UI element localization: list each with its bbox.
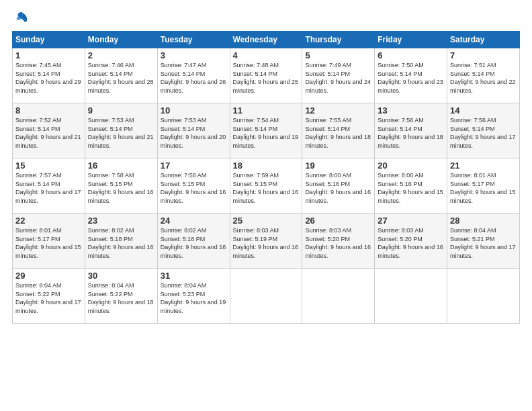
- day-number: 12: [305, 105, 371, 116]
- weekday-header-cell: Monday: [85, 32, 157, 48]
- calendar-day-cell: 28 Sunrise: 8:04 AMSunset: 5:21 PMDaylig…: [447, 214, 520, 269]
- day-info: Sunrise: 8:02 AMSunset: 5:18 PMDaylight:…: [161, 227, 226, 259]
- weekday-header-cell: Sunday: [13, 32, 85, 48]
- day-info: Sunrise: 7:57 AMSunset: 5:14 PMDaylight:…: [15, 172, 81, 204]
- day-info: Sunrise: 8:00 AMSunset: 5:16 PMDaylight:…: [378, 172, 443, 204]
- calendar-day-cell: [302, 269, 375, 324]
- weekday-header-cell: Saturday: [447, 32, 520, 48]
- day-info: Sunrise: 8:01 AMSunset: 5:17 PMDaylight:…: [15, 227, 81, 259]
- calendar-day-cell: 18 Sunrise: 7:59 AMSunset: 5:15 PMDaylig…: [230, 158, 302, 214]
- day-number: 15: [15, 161, 82, 171]
- day-number: 24: [161, 216, 227, 226]
- day-info: Sunrise: 7:50 AMSunset: 5:14 PMDaylight:…: [378, 62, 443, 94]
- calendar-day-cell: 22 Sunrise: 8:01 AMSunset: 5:17 PMDaylig…: [13, 214, 85, 269]
- day-number: 26: [305, 216, 371, 226]
- day-number: 22: [15, 216, 82, 226]
- day-info: Sunrise: 8:04 AMSunset: 5:21 PMDaylight:…: [450, 227, 516, 259]
- day-number: 2: [88, 50, 154, 60]
- day-info: Sunrise: 7:58 AMSunset: 5:15 PMDaylight:…: [161, 172, 226, 204]
- day-number: 10: [161, 105, 227, 116]
- day-info: Sunrise: 8:04 AMSunset: 5:23 PMDaylight:…: [161, 282, 226, 314]
- day-info: Sunrise: 7:53 AMSunset: 5:14 PMDaylight:…: [161, 117, 226, 149]
- calendar-day-cell: 13 Sunrise: 7:56 AMSunset: 5:14 PMDaylig…: [375, 103, 447, 158]
- day-info: Sunrise: 7:53 AMSunset: 5:14 PMDaylight:…: [88, 117, 154, 149]
- day-info: Sunrise: 8:03 AMSunset: 5:20 PMDaylight:…: [378, 227, 443, 259]
- calendar-day-cell: 1 Sunrise: 7:45 AMSunset: 5:14 PMDayligh…: [13, 48, 85, 103]
- day-number: 14: [450, 105, 517, 116]
- calendar-day-cell: 5 Sunrise: 7:49 AMSunset: 5:14 PMDayligh…: [302, 48, 375, 103]
- calendar-day-cell: 7 Sunrise: 7:51 AMSunset: 5:14 PMDayligh…: [447, 48, 520, 103]
- calendar-day-cell: 15 Sunrise: 7:57 AMSunset: 5:14 PMDaylig…: [13, 158, 85, 214]
- calendar-day-cell: [375, 269, 447, 324]
- day-number: 19: [305, 161, 371, 171]
- day-info: Sunrise: 8:03 AMSunset: 5:19 PMDaylight:…: [233, 227, 299, 259]
- day-number: 11: [233, 105, 300, 116]
- logo: [12, 11, 30, 24]
- day-info: Sunrise: 7:45 AMSunset: 5:14 PMDaylight:…: [15, 62, 81, 94]
- day-number: 6: [378, 50, 444, 60]
- calendar-day-cell: [447, 269, 520, 324]
- day-info: Sunrise: 7:56 AMSunset: 5:14 PMDaylight:…: [450, 117, 516, 149]
- day-number: 27: [378, 216, 444, 226]
- day-info: Sunrise: 7:56 AMSunset: 5:14 PMDaylight:…: [378, 117, 443, 149]
- day-number: 7: [450, 50, 517, 60]
- day-number: 17: [161, 161, 227, 171]
- day-number: 13: [378, 105, 444, 116]
- day-number: 5: [305, 50, 371, 60]
- day-info: Sunrise: 8:01 AMSunset: 5:17 PMDaylight:…: [450, 172, 516, 204]
- calendar-day-cell: [230, 269, 302, 324]
- calendar-day-cell: 21 Sunrise: 8:01 AMSunset: 5:17 PMDaylig…: [447, 158, 520, 214]
- calendar-day-cell: 16 Sunrise: 7:58 AMSunset: 5:15 PMDaylig…: [85, 158, 157, 214]
- calendar-table: SundayMondayTuesdayWednesdayThursdayFrid…: [12, 31, 520, 324]
- day-info: Sunrise: 7:54 AMSunset: 5:14 PMDaylight:…: [233, 117, 299, 149]
- calendar-day-cell: 19 Sunrise: 8:00 AMSunset: 5:16 PMDaylig…: [302, 158, 375, 214]
- day-number: 31: [161, 271, 227, 281]
- day-info: Sunrise: 7:47 AMSunset: 5:14 PMDaylight:…: [161, 62, 226, 94]
- calendar-week-row: 29 Sunrise: 8:04 AMSunset: 5:22 PMDaylig…: [13, 269, 520, 324]
- day-number: 9: [88, 105, 154, 116]
- calendar-day-cell: 23 Sunrise: 8:02 AMSunset: 5:18 PMDaylig…: [85, 214, 157, 269]
- calendar-day-cell: 9 Sunrise: 7:53 AMSunset: 5:14 PMDayligh…: [85, 103, 157, 158]
- day-number: 30: [88, 271, 154, 281]
- day-number: 29: [15, 271, 82, 281]
- day-number: 28: [450, 216, 517, 226]
- calendar-day-cell: 20 Sunrise: 8:00 AMSunset: 5:16 PMDaylig…: [375, 158, 447, 214]
- day-number: 21: [450, 161, 517, 171]
- day-info: Sunrise: 7:52 AMSunset: 5:14 PMDaylight:…: [15, 117, 81, 149]
- day-info: Sunrise: 7:55 AMSunset: 5:14 PMDaylight:…: [305, 117, 371, 149]
- day-number: 4: [233, 50, 300, 60]
- calendar-day-cell: 8 Sunrise: 7:52 AMSunset: 5:14 PMDayligh…: [13, 103, 85, 158]
- logo-bird-icon: [15, 11, 28, 24]
- day-info: Sunrise: 7:59 AMSunset: 5:15 PMDaylight:…: [233, 172, 299, 204]
- calendar-day-cell: 3 Sunrise: 7:47 AMSunset: 5:14 PMDayligh…: [157, 48, 230, 103]
- day-number: 3: [161, 50, 227, 60]
- calendar-week-row: 1 Sunrise: 7:45 AMSunset: 5:14 PMDayligh…: [13, 48, 520, 103]
- day-info: Sunrise: 7:49 AMSunset: 5:14 PMDaylight:…: [305, 62, 371, 94]
- calendar-day-cell: 26 Sunrise: 8:03 AMSunset: 5:20 PMDaylig…: [302, 214, 375, 269]
- weekday-header-cell: Wednesday: [230, 32, 302, 48]
- day-info: Sunrise: 8:02 AMSunset: 5:18 PMDaylight:…: [88, 227, 154, 259]
- calendar-day-cell: 6 Sunrise: 7:50 AMSunset: 5:14 PMDayligh…: [375, 48, 447, 103]
- day-number: 23: [88, 216, 154, 226]
- page: SundayMondayTuesdayWednesdayThursdayFrid…: [0, 0, 532, 411]
- weekday-header-row: SundayMondayTuesdayWednesdayThursdayFrid…: [13, 32, 520, 48]
- day-info: Sunrise: 7:58 AMSunset: 5:15 PMDaylight:…: [88, 172, 154, 204]
- calendar-day-cell: 12 Sunrise: 7:55 AMSunset: 5:14 PMDaylig…: [302, 103, 375, 158]
- weekday-header-cell: Tuesday: [157, 32, 230, 48]
- day-info: Sunrise: 7:48 AMSunset: 5:14 PMDaylight:…: [233, 62, 299, 94]
- day-number: 25: [233, 216, 300, 226]
- calendar-week-row: 22 Sunrise: 8:01 AMSunset: 5:17 PMDaylig…: [13, 214, 520, 269]
- day-info: Sunrise: 8:00 AMSunset: 5:16 PMDaylight:…: [305, 172, 371, 204]
- day-number: 1: [15, 50, 82, 60]
- calendar-week-row: 8 Sunrise: 7:52 AMSunset: 5:14 PMDayligh…: [13, 103, 520, 158]
- calendar-day-cell: 25 Sunrise: 8:03 AMSunset: 5:19 PMDaylig…: [230, 214, 302, 269]
- day-number: 16: [88, 161, 154, 171]
- calendar-day-cell: 4 Sunrise: 7:48 AMSunset: 5:14 PMDayligh…: [230, 48, 302, 103]
- day-number: 18: [233, 161, 300, 171]
- day-info: Sunrise: 8:04 AMSunset: 5:22 PMDaylight:…: [88, 282, 154, 314]
- calendar-day-cell: 11 Sunrise: 7:54 AMSunset: 5:14 PMDaylig…: [230, 103, 302, 158]
- calendar-day-cell: 2 Sunrise: 7:46 AMSunset: 5:14 PMDayligh…: [85, 48, 157, 103]
- day-info: Sunrise: 7:51 AMSunset: 5:14 PMDaylight:…: [450, 62, 516, 94]
- weekday-header-cell: Thursday: [302, 32, 375, 48]
- calendar-day-cell: 31 Sunrise: 8:04 AMSunset: 5:23 PMDaylig…: [157, 269, 230, 324]
